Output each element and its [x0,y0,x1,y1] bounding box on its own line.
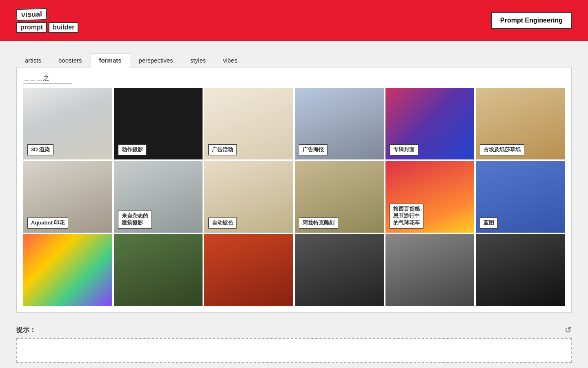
tab-boosters[interactable]: boosters [50,53,91,67]
prompt-section: 提示： ↺ [0,321,588,368]
image-grid-row1: 3D 渲染 动作摄影 广告活动 广告海报 专辑封面 古埃及纸莎草纸 [23,88,565,159]
grid-item-dark[interactable] [295,234,384,306]
grid-item-egypt-papyrus[interactable]: 古埃及纸莎草纸 [476,88,565,159]
grid-item-cartoon[interactable] [476,234,565,306]
refresh-icon[interactable]: ↺ [565,325,572,335]
logo-prompt[interactable]: prompt [16,22,47,33]
tab-perspectives[interactable]: perspectives [130,53,182,67]
item-label-aztec-sculpture: 阿兹特克雕刻 [299,218,338,229]
grid-item-action-photo[interactable]: 动作摄影 [114,88,203,159]
grid-item-colorful[interactable] [23,234,112,306]
prompt-engineering-button[interactable]: Prompt Engineering [491,12,572,29]
grid-item-aztec-sculpture[interactable]: 阿兹特克雕刻 [295,161,384,233]
main-content: artists boosters formats perspectives st… [0,41,588,321]
tab-artists[interactable]: artists [16,53,50,67]
tabs-bar: artists boosters formats perspectives st… [16,53,572,67]
logo-builder[interactable]: builder [49,22,78,33]
content-panel: ＿＿＿之 3D 渲染 动作摄影 广告活动 广告海报 专辑封面 [16,67,572,313]
item-label-blueprint: 蓝图 [480,218,498,229]
grid-item-album-cover[interactable]: 专辑封面 [385,88,474,159]
item-label-ad-campaign: 广告活动 [208,144,237,155]
item-label-egypt-papyrus: 古埃及纸莎草纸 [480,144,524,155]
tab-formats[interactable]: formats [91,53,130,67]
grid-item-arch-magazine[interactable]: 来自杂志的建筑摄影 [114,161,203,233]
grid-label: ＿＿＿之 [23,74,72,84]
item-label-autochrome: 自动镀色 [208,218,237,229]
grid-item-street[interactable] [385,234,474,306]
item-label-action-photo: 动作摄影 [118,144,147,155]
grid-item-macys-parade[interactable]: 梅西百货感恩节游行中的气球花车 [385,161,474,233]
grid-item-aquatint[interactable]: Aquatint 印花 [23,161,112,233]
prompt-textarea[interactable] [16,338,572,363]
header: visual prompt builder Prompt Engineering [0,0,588,41]
grid-item-ad-campaign[interactable]: 广告活动 [204,88,293,159]
item-label-arch-magazine: 来自杂志的建筑摄影 [118,211,152,229]
tab-styles[interactable]: styles [182,53,214,67]
grid-item-blueprint[interactable]: 蓝图 [476,161,565,233]
image-grid-row3 [23,234,565,306]
prompt-label-row: 提示： ↺ [16,325,572,335]
item-label-ad-poster: 广告海报 [299,144,327,155]
logo-visual[interactable]: visual [16,8,47,21]
item-label-macys-parade: 梅西百货感恩节游行中的气球花车 [390,204,423,229]
item-label-3d-render: 3D 渲染 [27,144,53,155]
image-grid-row2: Aquatint 印花 来自杂志的建筑摄影 自动镀色 阿兹特克雕刻 梅西百货感恩… [23,161,565,233]
item-label-album-cover: 专辑封面 [390,144,418,155]
item-label-aquatint: Aquatint 印花 [27,218,68,229]
prompt-label: 提示： [16,326,36,334]
logo-area: visual prompt builder [16,9,78,33]
tab-vibes[interactable]: vibes [214,53,246,67]
grid-item-green[interactable] [114,234,203,306]
grid-item-autochrome[interactable]: 自动镀色 [204,161,293,233]
logo-bottom: prompt builder [16,22,78,33]
grid-item-circle[interactable] [204,234,293,306]
grid-item-ad-poster[interactable]: 广告海报 [295,88,384,159]
grid-item-3d-render[interactable]: 3D 渲染 [23,88,112,159]
